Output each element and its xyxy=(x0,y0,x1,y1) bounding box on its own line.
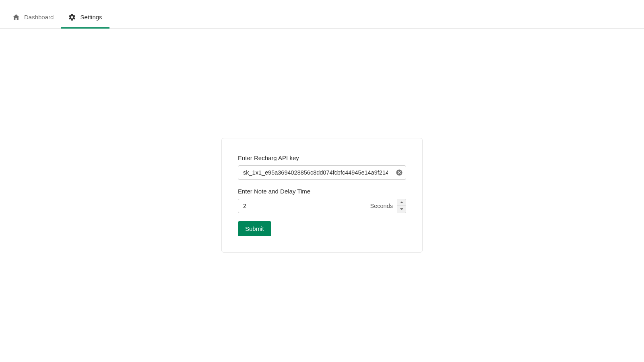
delay-suffix: Seconds xyxy=(370,199,397,213)
api-key-group: Enter Recharg API key xyxy=(238,154,406,180)
caret-down-icon xyxy=(400,208,403,210)
tab-dashboard[interactable]: Dashboard xyxy=(5,7,61,29)
delay-input[interactable] xyxy=(238,199,370,213)
clear-api-key-button[interactable] xyxy=(393,166,406,179)
api-key-input-wrapper xyxy=(238,165,406,180)
api-key-label: Enter Recharg API key xyxy=(238,154,406,161)
delay-label: Enter Note and Delay Time xyxy=(238,188,406,195)
delay-input-wrapper: Seconds xyxy=(238,199,406,213)
delay-group: Enter Note and Delay Time Seconds xyxy=(238,188,406,213)
delay-step-up-button[interactable] xyxy=(397,199,406,206)
tab-settings[interactable]: Settings xyxy=(61,7,109,29)
delay-stepper xyxy=(397,199,406,213)
api-key-input[interactable] xyxy=(238,166,393,179)
tab-dashboard-label: Dashboard xyxy=(24,14,54,21)
settings-card: Enter Recharg API key Enter Note and Del… xyxy=(221,138,423,253)
top-divider xyxy=(0,0,644,1)
gear-icon xyxy=(68,13,76,21)
caret-up-icon xyxy=(400,202,403,203)
tabs-nav: Dashboard Settings xyxy=(0,7,644,29)
tab-settings-label: Settings xyxy=(80,14,102,21)
home-icon xyxy=(12,13,20,21)
delay-step-down-button[interactable] xyxy=(397,206,406,213)
submit-button[interactable]: Submit xyxy=(238,221,271,236)
cancel-circle-icon xyxy=(396,169,403,176)
content-area: Enter Recharg API key Enter Note and Del… xyxy=(0,29,644,362)
